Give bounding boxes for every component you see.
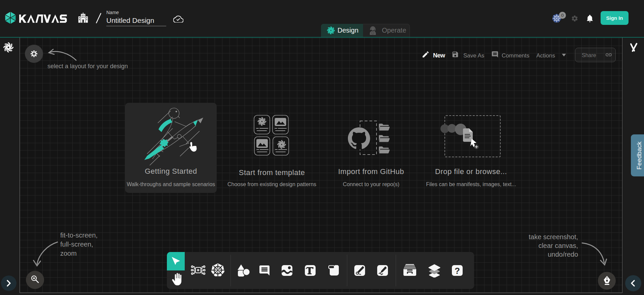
svg-text:0: 0 (561, 13, 564, 18)
svg-text:?: ? (455, 266, 460, 276)
